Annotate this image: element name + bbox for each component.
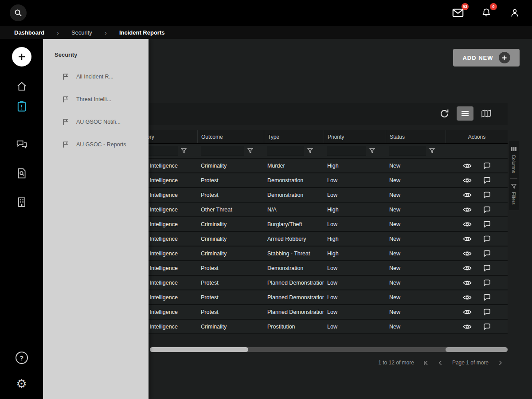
view-record-button[interactable] <box>463 250 472 257</box>
tab-filters[interactable]: Filters <box>511 179 516 210</box>
header-priority[interactable]: Priority <box>324 130 386 143</box>
view-record-button[interactable] <box>463 235 472 243</box>
flyout-item-threat-intelligence[interactable]: Threat Intelli... <box>43 95 149 103</box>
tab-columns[interactable]: Columns <box>511 141 516 178</box>
header-status[interactable]: Status <box>386 130 446 143</box>
cell-priority: Low <box>324 173 386 187</box>
incident-clipboard-icon <box>16 100 28 113</box>
tab-filters-label: Filters <box>511 192 516 205</box>
previous-page-button[interactable] <box>438 360 443 366</box>
cell-status: New <box>386 232 446 246</box>
next-page-button[interactable] <box>497 360 503 366</box>
create-new-button[interactable] <box>12 47 31 66</box>
list-view-button[interactable] <box>457 106 473 121</box>
view-record-button[interactable] <box>463 265 472 272</box>
cell-outcome: Protest <box>197 276 264 289</box>
help-button[interactable]: ? <box>16 352 28 364</box>
comment-button[interactable] <box>483 323 491 330</box>
eye-icon <box>463 221 472 228</box>
view-record-button[interactable] <box>463 294 472 301</box>
sidebar-item-records-search[interactable] <box>16 168 27 179</box>
eye-icon <box>463 309 472 316</box>
view-record-button[interactable] <box>463 192 472 199</box>
type-filter-input[interactable] <box>267 146 304 155</box>
scrollbar-thumb[interactable] <box>150 347 248 352</box>
comment-button[interactable] <box>483 279 491 286</box>
view-record-button[interactable] <box>463 177 472 184</box>
comment-button[interactable] <box>483 235 491 243</box>
messages-button[interactable]: 93 <box>450 5 466 20</box>
pinned-scrollbar-thumb[interactable] <box>446 347 508 352</box>
notifications-button[interactable]: 0 <box>479 5 494 20</box>
view-record-button[interactable] <box>463 206 472 213</box>
sidebar-item-incidents[interactable] <box>16 100 28 113</box>
cell-outcome: Protest <box>197 173 264 187</box>
funnel-icon[interactable] <box>181 148 187 153</box>
cell-priority: High <box>324 246 386 260</box>
first-page-button[interactable] <box>423 360 429 366</box>
settings-button[interactable]: ⚙ <box>16 378 27 390</box>
header-type[interactable]: Type <box>264 130 324 143</box>
tab-columns-label: Columns <box>511 155 516 173</box>
cell-actions <box>446 290 508 304</box>
funnel-icon[interactable] <box>369 148 375 153</box>
breadcrumb-incident-reports[interactable]: Incident Reports <box>119 29 165 36</box>
refresh-button[interactable] <box>439 109 450 119</box>
comment-bubble-icon <box>483 264 491 272</box>
comment-button[interactable] <box>483 264 491 272</box>
flag-icon <box>62 95 70 103</box>
comment-bubble-icon <box>483 279 491 286</box>
funnel-icon[interactable] <box>307 148 313 153</box>
view-record-button[interactable] <box>463 221 472 228</box>
comment-button[interactable] <box>483 293 491 301</box>
breadcrumb-security[interactable]: Security <box>71 29 92 36</box>
comment-bubble-icon <box>483 191 491 199</box>
status-filter-input[interactable] <box>389 146 426 155</box>
cell-status: New <box>386 217 446 231</box>
page-label: Page 1 of more <box>452 360 489 366</box>
search-button[interactable] <box>10 4 27 21</box>
outcome-filter-input[interactable] <box>201 146 244 155</box>
comment-button[interactable] <box>483 176 491 184</box>
view-record-button[interactable] <box>463 162 472 169</box>
cell-outcome: Criminality <box>197 232 264 246</box>
cell-priority: Low <box>324 320 386 333</box>
comment-button[interactable] <box>483 308 491 316</box>
breadcrumb-dashboard[interactable]: Dashboard <box>14 29 44 36</box>
comment-button[interactable] <box>483 250 491 257</box>
sidebar-item-home[interactable] <box>16 81 27 92</box>
eye-icon <box>463 294 472 301</box>
view-tools <box>439 106 492 121</box>
cell-type: Prostitution <box>264 320 324 333</box>
sidebar-item-messages[interactable] <box>16 139 27 151</box>
funnel-icon[interactable] <box>247 148 253 153</box>
sidebar-item-facilities[interactable] <box>16 196 27 208</box>
cell-priority: Low <box>324 276 386 289</box>
horizontal-scrollbar[interactable] <box>150 347 508 352</box>
comment-button[interactable] <box>483 191 491 199</box>
sidebar-tool-panel-tabs: Columns Filters <box>509 141 519 210</box>
mail-badge: 93 <box>462 3 469 10</box>
comment-button[interactable] <box>483 206 491 213</box>
header-outcome[interactable]: Outcome <box>197 130 264 143</box>
view-record-button[interactable] <box>463 279 472 286</box>
view-record-button[interactable] <box>463 323 472 330</box>
flyout-item-all-incident-reports[interactable]: All Incident R... <box>43 73 149 81</box>
comment-button[interactable] <box>483 220 491 228</box>
funnel-icon[interactable] <box>429 148 435 153</box>
home-icon <box>16 81 27 92</box>
eye-icon <box>463 206 472 213</box>
view-record-button[interactable] <box>463 309 472 316</box>
comment-bubble-icon <box>483 235 491 243</box>
map-view-button[interactable] <box>481 109 492 118</box>
building-icon <box>16 196 27 208</box>
comment-button[interactable] <box>483 162 491 169</box>
eye-icon <box>463 279 472 286</box>
add-new-button[interactable]: ADD NEW <box>453 49 520 66</box>
flyout-item-au-gsoc-reports[interactable]: AU GSOC - Reports <box>43 141 149 149</box>
profile-button[interactable] <box>507 5 522 20</box>
search-icon <box>14 9 22 17</box>
bell-badge: 0 <box>490 3 497 10</box>
flyout-item-au-gsoc-notifications[interactable]: AU GSOC Notifi... <box>43 118 149 126</box>
priority-filter-input[interactable] <box>327 146 366 155</box>
